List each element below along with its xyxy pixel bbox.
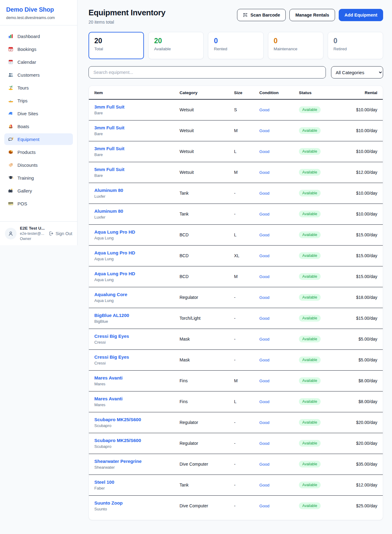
status-badge: Available [299,294,320,301]
item-condition[interactable]: Good [257,412,296,433]
item-rental: $15.00/day [354,245,383,266]
stat-value: 20 [94,37,138,45]
sidebar-item-equipment[interactable]: Equipment [4,133,73,145]
item-condition[interactable]: Good [257,370,296,391]
stat-card-maintenance[interactable]: 0 Maintenance [268,32,323,59]
item-condition[interactable]: Good [257,391,296,412]
item-brand: Cressi [94,361,175,365]
sidebar-item-label: Customers [17,72,40,78]
item-name-link[interactable]: Aqua Lung Pro HD [94,229,175,235]
stat-card-retired[interactable]: 0 Retired [328,32,383,59]
item-size: L [232,391,257,412]
sign-out-button[interactable]: Sign Out [48,231,72,236]
item-name-link[interactable]: Shearwater Peregrine [94,459,175,464]
sidebar-item-label: Tours [17,85,29,90]
scan-barcode-button[interactable]: Scan Barcode [237,9,286,21]
sidebar-item-products[interactable]: Products [4,146,73,158]
user-meta: E2E Test U... e2e-tester@... Owner [20,226,45,241]
sidebar-item-calendar[interactable]: Calendar [4,56,73,68]
stat-value: 20 [154,37,198,45]
item-size: M [232,266,257,287]
sidebar-item-pos[interactable]: POS [4,198,73,209]
item-name-link[interactable]: Aqua Lung Pro HD [94,271,175,276]
manage-rentals-label: Manage Rentals [295,13,329,17]
item-condition[interactable]: Good [257,183,296,204]
item-rental: $10.00/day [354,120,383,141]
item-condition[interactable]: Good [257,120,296,141]
tag-icon [8,162,13,168]
search-input[interactable] [89,66,326,78]
item-condition[interactable]: Good [257,454,296,475]
table-row: Mares Avanti Mares Fins M Good Available… [89,370,383,391]
sidebar-item-customers[interactable]: Customers [4,69,73,81]
item-category: Regulator [177,433,232,454]
item-name-link[interactable]: Aqua Lung Pro HD [94,250,175,255]
item-condition[interactable]: Good [257,329,296,349]
item-name-link[interactable]: Aluminum 80 [94,188,175,193]
item-condition[interactable]: Good [257,99,296,120]
sidebar-item-bookings[interactable]: 17 Bookings [4,43,73,55]
item-condition[interactable]: Good [257,141,296,162]
item-condition[interactable]: Good [257,349,296,370]
item-condition[interactable]: Good [257,475,296,495]
item-condition[interactable]: Good [257,495,296,516]
stat-card-rented[interactable]: 0 Rented [208,32,263,59]
svg-text:17: 17 [9,49,12,51]
item-name-link[interactable]: BigBlue AL1200 [94,313,175,318]
item-name-link[interactable]: Cressi Big Eyes [94,334,175,339]
page-header-text: Equipment Inventory 20 items total [89,8,165,25]
item-name-link[interactable]: Mares Avanti [94,396,175,401]
item-condition[interactable]: Good [257,287,296,308]
page-title: Equipment Inventory [89,8,165,17]
status-badge: Available [299,169,320,176]
item-name-link[interactable]: Scubapro MK25/S600 [94,438,175,443]
shop-domain: demo.test.divestreams.com [6,15,71,20]
item-rental: $15.00/day [354,224,383,245]
sidebar-item-tours[interactable]: Tours [4,82,73,93]
status-badge: Available [299,106,320,113]
sidebar-item-label: Bookings [17,47,36,52]
status-badge: Available [299,127,320,134]
table-row: Scubapro MK25/S600 Scubapro Regulator - … [89,433,383,454]
stat-card-total[interactable]: 20 Total [89,32,144,59]
sidebar-item-dashboard[interactable]: Dashboard [4,30,73,42]
status-badge: Available [299,461,320,467]
item-condition[interactable]: Good [257,245,296,266]
item-condition[interactable]: Good [257,433,296,454]
item-condition[interactable]: Good [257,266,296,287]
sidebar-item-trips[interactable]: Trips [4,95,73,106]
sidebar-item-discounts[interactable]: Discounts [4,159,73,171]
item-condition[interactable]: Good [257,308,296,329]
stat-card-available[interactable]: 20 Available [148,32,204,59]
sidebar-item-training[interactable]: Training [4,172,73,184]
category-select[interactable]: All Categories [331,66,383,78]
item-size: M [232,162,257,183]
item-name-link[interactable]: 3mm Full Suit [94,146,175,151]
item-rental: $8.00/day [354,391,383,412]
item-name-link[interactable]: Mares Avanti [94,375,175,380]
item-name-link[interactable]: 3mm Full Suit [94,104,175,109]
item-condition[interactable]: Good [257,204,296,224]
item-name-link[interactable]: 5mm Full Suit [94,167,175,172]
item-name-link[interactable]: Scubapro MK25/S600 [94,417,175,422]
column-header-item: Item [89,86,177,99]
sidebar-item-dive-sites[interactable]: Dive Sites [4,108,73,119]
item-name-link[interactable]: Suunto Zoop [94,500,175,505]
manage-rentals-button[interactable]: Manage Rentals [289,9,335,21]
sidebar-item-gallery[interactable]: Gallery [4,185,73,196]
item-size: M [232,370,257,391]
item-name-link[interactable]: 3mm Full Suit [94,125,175,130]
item-name-link[interactable]: Aluminum 80 [94,208,175,214]
item-condition[interactable]: Good [257,162,296,183]
column-header-rental: Rental [354,86,383,99]
calendar-icon [8,59,13,65]
sidebar-item-boats[interactable]: Boats [4,120,73,132]
item-name-link[interactable]: Aqualung Core [94,292,175,297]
item-condition[interactable]: Good [257,224,296,245]
add-equipment-button[interactable]: Add Equipment [339,9,383,21]
item-category: Dive Computer [177,495,232,516]
status-badge: Available [299,357,320,363]
item-name-link[interactable]: Cressi Big Eyes [94,354,175,360]
item-name-link[interactable]: Steel 100 [94,479,175,485]
item-category: Regulator [177,287,232,308]
